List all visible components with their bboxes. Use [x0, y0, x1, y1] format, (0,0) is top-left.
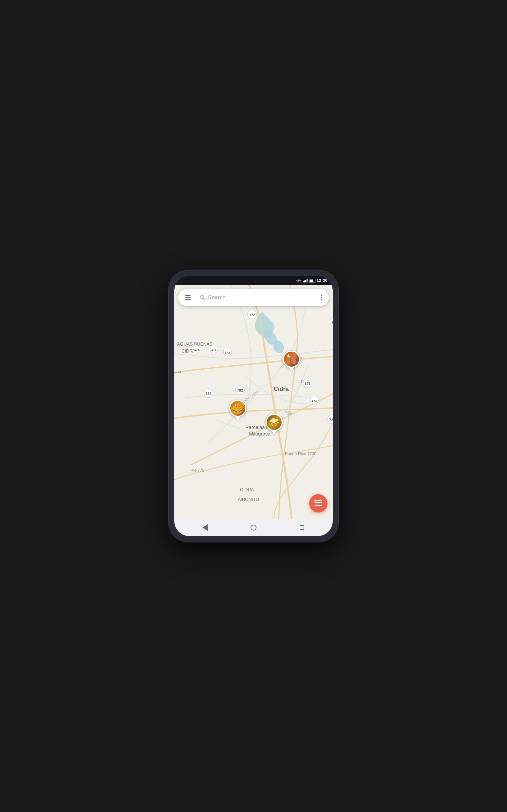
more-options-button[interactable]: [320, 293, 324, 302]
svg-text:PR-775: PR-775: [190, 468, 204, 473]
phone-device: 12:30: [168, 270, 339, 542]
svg-text:Puerto Rico-7730: Puerto Rico-7730: [285, 451, 317, 456]
pin-food-image-3: [266, 414, 283, 431]
status-icons: 12:30: [296, 278, 328, 283]
map-container: 172 787 729 AGUAS BUENAS CIDRA Cidra Par…: [174, 285, 333, 519]
more-icon: [321, 299, 322, 301]
back-icon: [203, 524, 208, 531]
hamburger-icon: [185, 297, 190, 298]
more-icon: [321, 297, 322, 298]
signal-icon: [303, 279, 307, 282]
svg-text:AIBONITO: AIBONITO: [238, 497, 260, 502]
search-divider: [196, 293, 196, 302]
svg-text:787: 787: [331, 321, 333, 324]
pin-tail-1: [289, 367, 294, 372]
recent-icon: [300, 525, 304, 530]
svg-text:Cidra: Cidra: [274, 386, 289, 392]
status-time: 12:30: [317, 278, 328, 283]
list-icon: [315, 500, 322, 506]
svg-text:173: 173: [312, 399, 317, 402]
map-background: 172 787 729 AGUAS BUENAS CIDRA Cidra Par…: [174, 285, 333, 519]
list-view-fab[interactable]: [309, 494, 328, 512]
hamburger-icon: [185, 299, 190, 300]
svg-text:173: 173: [225, 350, 230, 354]
status-bar: 12:30: [174, 276, 333, 285]
back-button[interactable]: [199, 522, 211, 534]
pin-tail-3: [272, 430, 277, 435]
pin-food-image-1: [283, 350, 300, 368]
svg-rect-47: [315, 505, 316, 506]
svg-text:173: 173: [211, 348, 217, 351]
hamburger-icon: [185, 295, 190, 296]
screen-content: 12:30: [174, 276, 333, 536]
phone-screen: 12:30: [174, 276, 333, 536]
svg-text:172: 172: [249, 313, 255, 317]
pin-tail-2: [235, 416, 240, 421]
map-pin-2[interactable]: [229, 400, 246, 421]
svg-text:Jacana: Jacana: [174, 369, 181, 374]
svg-rect-0: [174, 285, 333, 519]
battery-icon: [309, 279, 316, 282]
svg-text:729: 729: [329, 418, 333, 422]
svg-text:CIDRA: CIDRA: [240, 487, 255, 492]
search-bar: Search: [178, 289, 329, 306]
svg-text:782: 782: [237, 388, 243, 392]
hamburger-button[interactable]: [183, 294, 192, 301]
more-icon: [321, 294, 322, 296]
svg-text:Cll 2: Cll 2: [301, 379, 309, 384]
map-pin-3[interactable]: [266, 414, 283, 435]
svg-rect-45: [315, 500, 316, 501]
wifi-icon: [296, 279, 301, 282]
svg-text:782: 782: [206, 392, 212, 395]
home-icon: [250, 525, 257, 531]
android-nav-bar: [174, 519, 333, 536]
svg-rect-46: [315, 502, 316, 503]
search-input[interactable]: Search: [200, 294, 317, 301]
home-button[interactable]: [247, 522, 260, 534]
pin-food-image-2: [229, 400, 246, 417]
svg-text:729: 729: [285, 411, 292, 416]
svg-text:7173: 7173: [192, 348, 200, 351]
map-pin-1[interactable]: [283, 350, 300, 372]
search-icon: [200, 295, 205, 300]
search-placeholder: Search: [208, 294, 226, 301]
recent-apps-button[interactable]: [296, 522, 308, 534]
svg-line-41: [204, 299, 205, 300]
